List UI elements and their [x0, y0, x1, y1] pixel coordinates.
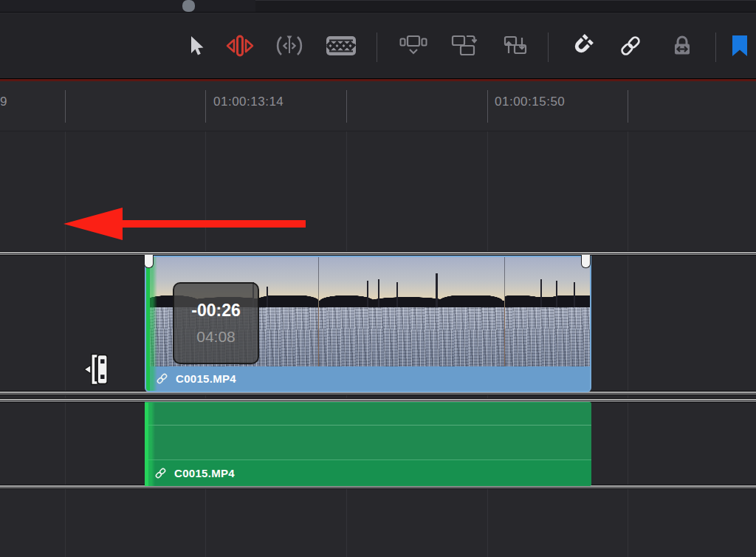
overwrite-clip-button[interactable] — [447, 13, 483, 78]
linked-selection-button[interactable] — [616, 13, 645, 78]
edit-toolbar — [0, 13, 756, 78]
clip-name-label: C0015.MP4 — [176, 372, 236, 385]
toolbar-separator — [548, 33, 549, 62]
water-texture — [505, 307, 590, 366]
mast-silhouette — [574, 282, 575, 307]
ruler-tick — [628, 90, 628, 123]
audio-lane-divider — [145, 425, 591, 426]
trim-handle-out[interactable] — [581, 255, 591, 268]
toolbar-separator — [715, 33, 716, 62]
clip-thumbnail-frame — [505, 257, 590, 366]
trim-edit-mode-button[interactable] — [221, 13, 258, 78]
timeline-panel: 9 01:00:13:14 01:00:15:50 — [0, 0, 756, 557]
trim-edge-highlight — [146, 257, 157, 391]
shoreline-silhouette — [319, 295, 504, 308]
clip-name-bar: C0015.MP4 — [146, 366, 590, 391]
timeline-tracks-area[interactable]: C0015.MP4 -00:26 04:08 C0015.MP4 — [0, 131, 756, 557]
mast-silhouette — [396, 282, 398, 307]
slip-slide-icon — [273, 34, 306, 58]
ruler-tick — [487, 90, 488, 123]
magnet-icon — [568, 33, 595, 59]
clip-name-bar: C0015.MP4 — [145, 459, 591, 486]
toolbar-separator — [377, 33, 377, 62]
replace-clip-button[interactable] — [498, 13, 533, 78]
trim-handle-in[interactable] — [144, 255, 154, 268]
trim-info-tooltip: -00:26 04:08 — [173, 282, 259, 364]
clip-name-label: C0015.MP4 — [174, 467, 235, 479]
timeline-ruler[interactable]: 9 01:00:13:14 01:00:15:50 — [0, 81, 756, 131]
ruler-tick — [65, 90, 66, 123]
wind-turbine-silhouette — [436, 273, 438, 307]
mast-silhouette — [378, 279, 379, 307]
link-icon — [156, 372, 168, 385]
cursor-arrow-icon — [186, 35, 205, 57]
snapping-button[interactable] — [567, 13, 597, 78]
mast-silhouette — [267, 287, 268, 307]
trim-delta-value: -00:26 — [191, 301, 240, 321]
scrollbar-handle[interactable] — [182, 0, 195, 12]
ruler-timecode: 01:00:15:50 — [495, 95, 565, 109]
position-lock-button[interactable] — [667, 13, 697, 78]
link-icon — [154, 467, 167, 479]
overwrite-clip-icon — [450, 34, 481, 58]
trim-start-cursor-icon — [83, 351, 109, 388]
ruler-tick — [346, 90, 347, 123]
flag-icon — [731, 35, 749, 57]
insert-clip-button[interactable] — [396, 13, 431, 78]
ruler-timecode: 01:00:13:14 — [213, 95, 284, 109]
link-icon — [617, 33, 644, 59]
gridline — [628, 131, 628, 557]
trim-edit-icon — [222, 33, 258, 58]
scrollbar-track-shade — [255, 0, 756, 12]
dynamic-trim-mode-button[interactable] — [272, 13, 307, 78]
gridline — [65, 131, 66, 557]
lock-icon — [670, 34, 695, 58]
insert-clip-icon — [398, 34, 429, 58]
mast-silhouette — [540, 279, 542, 307]
ruler-timecode-clipped: 9 — [0, 95, 7, 109]
mast-silhouette — [367, 281, 368, 307]
replace-clip-icon — [500, 33, 531, 58]
clip-thumbnail-frame — [319, 257, 505, 366]
annotation-arrow-left — [62, 207, 309, 241]
flag-marker-button[interactable] — [728, 13, 752, 78]
horizontal-scrollbar[interactable] — [0, 0, 756, 13]
razor-icon — [326, 35, 357, 56]
ruler-tick — [205, 90, 206, 123]
razor-edit-mode-button[interactable] — [323, 13, 359, 78]
trim-edge-highlight — [145, 403, 156, 486]
trim-duration-value: 04:08 — [196, 328, 236, 346]
audio-clip[interactable]: C0015.MP4 — [145, 402, 591, 486]
mast-silhouette — [556, 281, 557, 307]
shoreline-silhouette — [505, 295, 590, 308]
water-texture — [319, 307, 504, 366]
selection-mode-button[interactable] — [182, 13, 210, 78]
